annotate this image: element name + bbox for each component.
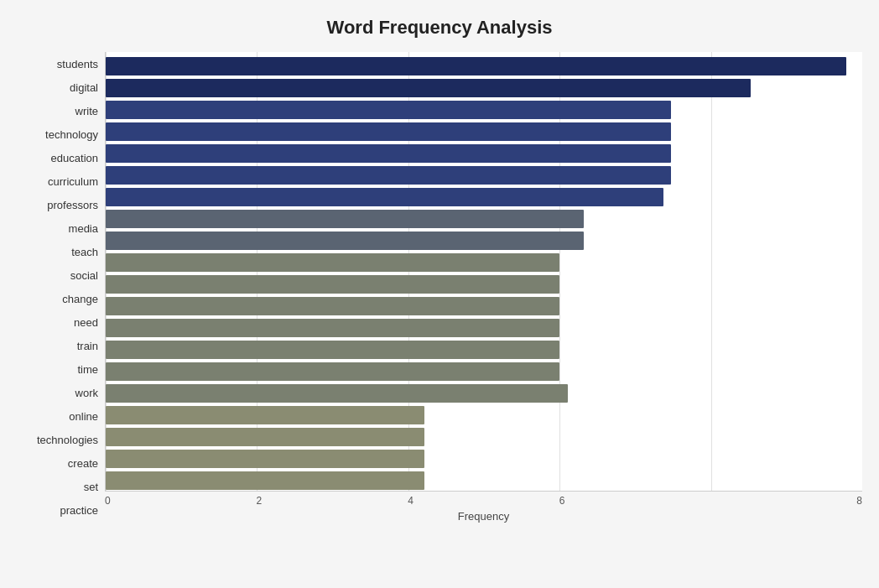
y-label: time: [77, 358, 98, 382]
bar-row: [106, 404, 862, 426]
bar: [106, 188, 663, 206]
bar-row: [106, 99, 862, 121]
y-label: professors: [47, 193, 98, 216]
bar: [106, 341, 559, 359]
bar: [106, 122, 671, 141]
bar-row: [106, 317, 862, 339]
y-label: write: [75, 99, 98, 122]
y-label: set: [84, 476, 98, 499]
bar-row: [106, 448, 862, 470]
bar-row: [106, 77, 862, 99]
y-label: teach: [71, 240, 98, 263]
y-label: social: [70, 263, 98, 287]
bar-row: [106, 55, 862, 77]
bar-row: [106, 230, 862, 252]
y-label: media: [69, 216, 98, 240]
bar: [106, 471, 424, 490]
bar-row: [106, 186, 862, 208]
y-label: train: [77, 335, 98, 358]
y-label: need: [74, 311, 98, 335]
bars-and-xaxis: 02468 Frequency: [105, 52, 862, 523]
bar: [106, 210, 584, 228]
x-axis-labels: 02468: [105, 492, 862, 507]
bar: [106, 297, 559, 315]
y-axis: studentsdigitalwritetechnologyeducationc…: [17, 52, 105, 523]
y-label: technologies: [37, 429, 98, 452]
bar: [106, 275, 559, 294]
bar: [106, 319, 559, 337]
bar-row: [106, 339, 862, 361]
bar: [106, 232, 584, 250]
bar-row: [106, 121, 862, 143]
y-label: online: [69, 405, 98, 429]
bar-row: [106, 273, 862, 295]
bar: [106, 101, 671, 119]
y-label: create: [68, 452, 98, 476]
bars-rows: [106, 52, 862, 491]
bar-row: [106, 382, 862, 404]
y-label: work: [75, 382, 98, 405]
bars-area: [105, 52, 862, 492]
chart-area: studentsdigitalwritetechnologyeducationc…: [17, 52, 862, 523]
bar-row: [106, 208, 862, 230]
x-axis-title: Frequency: [105, 510, 862, 523]
bar: [106, 406, 424, 424]
x-tick: 0: [105, 495, 257, 507]
y-label: change: [62, 287, 98, 310]
bar: [106, 79, 751, 97]
bar-row: [106, 252, 862, 273]
bar-row: [106, 295, 862, 317]
bar-row: [106, 361, 862, 382]
bar-row: [106, 470, 862, 492]
y-label: curriculum: [48, 169, 98, 193]
bar-row: [106, 143, 862, 164]
chart-title: Word Frequency Analysis: [17, 17, 862, 39]
y-label: practice: [60, 499, 98, 523]
x-tick: 4: [408, 495, 559, 507]
bar: [106, 166, 671, 185]
bar: [106, 428, 424, 446]
bar: [106, 57, 846, 75]
y-label: students: [57, 52, 98, 75]
bar: [106, 253, 559, 272]
bar: [106, 384, 568, 403]
x-tick: 8: [710, 495, 862, 507]
y-label: technology: [45, 122, 98, 146]
bar-row: [106, 164, 862, 186]
bar-row: [106, 426, 862, 448]
y-label: digital: [70, 75, 98, 99]
x-tick: 6: [559, 495, 711, 507]
x-tick: 2: [257, 495, 408, 507]
chart-container: Word Frequency Analysis studentsdigitalw…: [0, 0, 879, 588]
bar: [106, 450, 424, 468]
bar: [106, 362, 559, 381]
bar: [106, 144, 671, 163]
y-label: education: [51, 146, 98, 169]
